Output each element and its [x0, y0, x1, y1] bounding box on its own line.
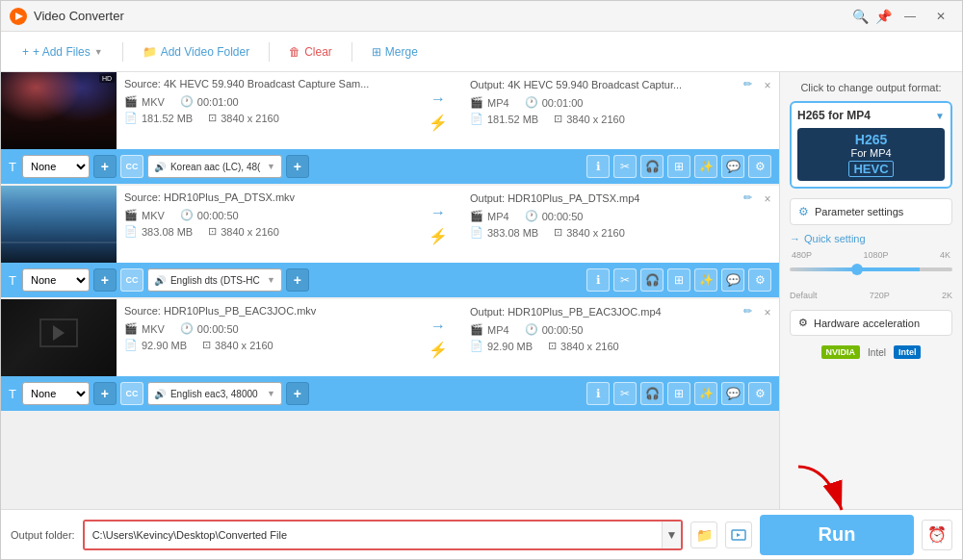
close-file-icon[interactable]: ×: [760, 78, 775, 93]
effect-button-3[interactable]: ✨: [694, 382, 717, 405]
mark-1080p: 1080P: [863, 250, 888, 260]
audio-select-2[interactable]: 🔊 English dts (DTS-HC ▼: [147, 268, 282, 292]
arrow-icon: →: [790, 233, 800, 244]
info-button-1[interactable]: ℹ: [586, 155, 610, 178]
audio-enhance-button-2[interactable]: 🎧: [640, 268, 664, 292]
settings-button-1[interactable]: ⚙: [748, 155, 771, 178]
audio-label: English eac3, 48000: [170, 389, 258, 399]
bottom-bar: Output folder: ▼ 📁: [1, 509, 962, 559]
output-label: Output: HDR10Plus_PB_EAC3JOC.mp4: [470, 306, 662, 318]
crop-button-1[interactable]: ⊞: [667, 155, 690, 178]
audio-dropdown-icon[interactable]: ▼: [267, 275, 275, 285]
text-icon: T: [9, 273, 16, 288]
close-button[interactable]: ✕: [927, 6, 954, 27]
effect-button-1[interactable]: ✨: [694, 155, 717, 178]
format-selector[interactable]: H265 for MP4 ▼ H265 For MP4 HEVC: [790, 101, 952, 189]
crop-button-2[interactable]: ⊞: [667, 268, 690, 292]
file-row: HD Source: 4K HEVC 59.940 Broadcast Capt…: [1, 72, 779, 149]
hardware-acceleration-button[interactable]: ⚙ Hardware acceleration: [790, 310, 952, 336]
file-info: Source: HDR10Plus_PB_EAC3JOC.mkv 🎬 MKV 🕐: [117, 299, 779, 376]
settings-button-2[interactable]: ⚙: [748, 268, 771, 292]
crop-button-3[interactable]: ⊞: [667, 382, 690, 405]
subtitle-btn-3[interactable]: 💬: [721, 382, 744, 405]
toolbar-divider-1: [122, 42, 123, 62]
output-column: Output: HDR10Plus_PB_EAC3JOC.mp4 ✏ 🎬 MP4: [462, 299, 760, 376]
file-toolbar-2: T None + CC 🔊 English dts (DTS-HC ▼ + ℹ …: [1, 263, 779, 297]
source-size: 📄 181.52 MB: [124, 112, 193, 124]
subtitle-btn-2[interactable]: 💬: [721, 268, 744, 292]
subtitle-select-2[interactable]: None: [22, 268, 90, 292]
add-subtitle-button[interactable]: +: [93, 268, 117, 292]
add-files-button[interactable]: + + Add Files ▼: [11, 40, 115, 64]
source-duration: 🕐 00:00:50: [180, 209, 239, 221]
arrow-right-icon: →: [430, 204, 446, 221]
add-subtitle-button[interactable]: +: [93, 155, 117, 178]
audio-dropdown-icon[interactable]: ▼: [267, 162, 275, 171]
format-dropdown-icon[interactable]: ▼: [935, 111, 945, 121]
pin-icon[interactable]: 📌: [873, 7, 893, 26]
conversion-divider: → ⚡: [414, 299, 462, 376]
preview-button[interactable]: [725, 522, 752, 548]
audio-dropdown-icon[interactable]: ▼: [267, 389, 275, 398]
add-folder-button[interactable]: 📁 Add Video Folder: [131, 40, 262, 64]
audio-enhance-button-1[interactable]: 🎧: [640, 155, 664, 178]
cc-button[interactable]: CC: [120, 268, 143, 292]
parameter-settings-button[interactable]: ⚙ Parameter settings: [790, 198, 952, 225]
horizon-line: [1, 242, 117, 243]
browse-folder-button[interactable]: 📁: [690, 522, 717, 548]
edit-icon[interactable]: ✏: [743, 78, 752, 90]
audio-enhance-button-3[interactable]: 🎧: [640, 382, 664, 405]
subtitle-btn-1[interactable]: 💬: [721, 155, 744, 178]
file-icon: 📄: [124, 339, 138, 351]
label-720p: 720P: [870, 291, 890, 300]
file-toolbar-3: T None + CC 🔊 English eac3, 48000 ▼ + ℹ …: [1, 376, 779, 411]
file-list: HD Source: 4K HEVC 59.940 Broadcast Capt…: [1, 72, 779, 509]
run-button[interactable]: Run: [760, 515, 914, 555]
file-thumbnail: [1, 186, 117, 263]
output-size-row: 📄 92.90 MB ⊡ 3840 x 2160: [470, 340, 752, 352]
effect-button-2[interactable]: ✨: [694, 268, 717, 292]
alarm-button[interactable]: ⏰: [922, 520, 952, 550]
add-audio-button[interactable]: +: [286, 268, 309, 292]
edit-icon[interactable]: ✏: [743, 191, 752, 204]
add-folder-label: Add Video Folder: [161, 45, 250, 59]
add-audio-button[interactable]: +: [286, 382, 309, 405]
cut-button-3[interactable]: ✂: [613, 382, 637, 405]
slider-track: [790, 267, 952, 271]
info-button-3[interactable]: ℹ: [586, 382, 610, 405]
cc-button[interactable]: CC: [120, 155, 143, 178]
slider-thumb[interactable]: [851, 264, 863, 275]
cut-button-1[interactable]: ✂: [613, 155, 637, 178]
cc-button[interactable]: CC: [120, 382, 143, 405]
quality-slider-container: 480P 1080P 4K Default 720P 2K: [790, 250, 952, 300]
text-icon: T: [9, 387, 16, 401]
format-badge-mid: For MP4: [805, 147, 937, 159]
output-folder-input[interactable]: [85, 522, 662, 548]
audio-select-3[interactable]: 🔊 English eac3, 48000 ▼: [147, 382, 282, 405]
audio-select-1[interactable]: 🔊 Korean aac (LC), 48( ▼: [147, 155, 282, 178]
arrow-right-icon: →: [430, 90, 446, 108]
file-details: Source: HDR10Plus_PB_EAC3JOC.mkv 🎬 MKV 🕐: [117, 299, 779, 376]
clear-button[interactable]: 🗑 Clear: [277, 40, 344, 64]
edit-icon[interactable]: ✏: [743, 305, 752, 318]
merge-button[interactable]: ⊞ Merge: [360, 40, 429, 64]
subtitle-select-1[interactable]: None: [22, 155, 90, 178]
quality-slider[interactable]: [790, 267, 952, 287]
output-folder-dropdown-icon[interactable]: ▼: [662, 522, 681, 548]
close-file-icon[interactable]: ×: [760, 305, 775, 320]
file-thumbnail: [1, 299, 117, 376]
close-file-icon[interactable]: ×: [760, 191, 775, 207]
search-icon[interactable]: 🔍: [850, 7, 870, 26]
settings-button-3[interactable]: ⚙: [748, 382, 771, 405]
minimize-button[interactable]: —: [897, 6, 924, 27]
toolbar-divider-3: [351, 42, 352, 62]
source-header: Source: 4K HEVC 59.940 Broadcast Capture…: [124, 78, 406, 89]
add-audio-button[interactable]: +: [286, 155, 309, 178]
info-button-2[interactable]: ℹ: [586, 268, 610, 292]
subtitle-select-3[interactable]: None: [22, 382, 90, 405]
file-icon: 📄: [124, 112, 138, 124]
app-logo: [9, 7, 28, 26]
cut-button-2[interactable]: ✂: [613, 268, 637, 292]
file-toolbar-1: T None + CC 🔊 Korean aac (LC), 48( ▼ + ℹ…: [1, 149, 779, 184]
add-subtitle-button[interactable]: +: [93, 382, 117, 405]
